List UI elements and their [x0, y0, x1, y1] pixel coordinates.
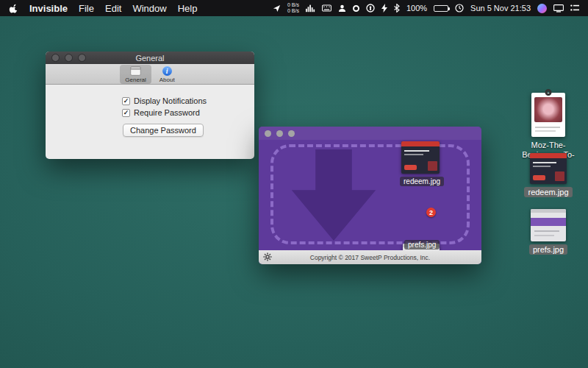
siri-icon[interactable] [537, 4, 547, 13]
file-label-redeem: redeem.jpg [400, 177, 444, 186]
upload-speed: 0 B/s [287, 2, 299, 8]
toolbar-tab-about[interactable]: i About [154, 65, 180, 84]
file-label-prefs: prefs.jpg [404, 240, 440, 250]
record-icon[interactable] [353, 5, 359, 12]
pdf-document-icon [531, 93, 565, 137]
binder-ring [545, 89, 552, 96]
close-button[interactable] [265, 130, 271, 137]
activity-graph-icon[interactable] [306, 4, 315, 13]
drop-zone[interactable]: redeem.jpg 2 prefs.jpg [259, 140, 481, 250]
window-title: General [135, 54, 164, 63]
notification-center-icon[interactable] [570, 4, 579, 12]
zoom-button[interactable] [288, 130, 295, 137]
keyhole-icon[interactable] [366, 4, 375, 13]
toolbar-tab-label: About [159, 77, 175, 83]
checkbox-label: Display Notifications [134, 96, 207, 105]
location-icon[interactable] [273, 4, 281, 13]
prefs-toolbar: General i About [46, 64, 254, 85]
general-icon [130, 66, 141, 76]
window-controls [265, 130, 295, 137]
bluetooth-icon[interactable] [394, 4, 400, 13]
menu-bar: Invisible File Edit Window Help 0 B/s 0 … [0, 0, 588, 16]
require-password-checkbox[interactable]: ✓ [122, 109, 130, 117]
user-icon[interactable] [338, 4, 346, 13]
bolt-icon[interactable] [381, 4, 387, 13]
zoom-button[interactable] [78, 54, 86, 62]
display-icon[interactable] [553, 4, 564, 13]
drop-footer: Copyright © 2017 SweetP Productions, Inc… [259, 250, 481, 264]
status-icons: 0 B/s 0 B/s 100% Sun 5 Nov 21:53 [273, 2, 579, 14]
checkbox-label: Require Password [134, 108, 200, 117]
minimize-button[interactable] [65, 54, 73, 62]
drop-arrow-icon [291, 149, 376, 244]
app-menu-title[interactable]: Invisible [29, 3, 68, 14]
menu-help[interactable]: Help [178, 3, 198, 14]
desktop: { "colors": { "wallpaper_teal": "#26605a… [0, 0, 588, 368]
prefs-titlebar[interactable]: General [46, 52, 254, 64]
download-speed: 0 B/s [287, 8, 299, 14]
toolbar-tab-label: General [125, 77, 146, 83]
image-file-icon [531, 209, 566, 241]
battery-icon[interactable] [434, 5, 448, 12]
minimize-button[interactable] [276, 130, 283, 137]
menu-window[interactable]: Window [132, 3, 166, 14]
apple-icon [9, 3, 18, 14]
icon-label: redeem.jpg [524, 187, 572, 197]
notification-badge: 2 [426, 208, 436, 217]
network-throughput[interactable]: 0 B/s 0 B/s [287, 2, 299, 14]
close-button[interactable] [51, 54, 60, 62]
battery-percent: 100% [406, 4, 427, 13]
toolbar-tab-general[interactable]: General [120, 65, 151, 84]
drop-titlebar[interactable] [259, 127, 481, 140]
option-require-password: ✓ Require Password [122, 108, 254, 117]
image-file-icon [530, 153, 567, 184]
apple-menu[interactable] [9, 3, 18, 14]
menu-edit[interactable]: Edit [105, 3, 121, 14]
change-password-button[interactable]: Change Password [123, 124, 204, 137]
menu-bar-clock[interactable]: Sun 5 Nov 21:53 [470, 4, 531, 13]
drop-window: redeem.jpg 2 prefs.jpg Copyright © 2017 … [259, 127, 481, 264]
gear-icon[interactable] [263, 252, 272, 263]
desktop-icon-prefs-jpg[interactable]: prefs.jpg [517, 209, 579, 255]
option-display-notifications: ✓ Display Notifications [122, 96, 254, 105]
copyright-text: Copyright © 2017 SweetP Productions, Inc… [310, 254, 430, 261]
thumb-art [401, 141, 440, 146]
keyboard-icon[interactable] [322, 4, 331, 12]
clock-icon[interactable] [455, 4, 464, 13]
window-controls [51, 54, 86, 62]
display-notifications-checkbox[interactable]: ✓ [122, 97, 130, 105]
icon-label: prefs.jpg [529, 244, 567, 255]
file-thumbnail-redeem[interactable] [401, 141, 440, 174]
desktop-icon-redeem-jpg[interactable]: redeem.jpg [517, 153, 579, 197]
preferences-window: General General i About ✓ Display Notifi… [46, 52, 254, 159]
menu-file[interactable]: File [79, 3, 94, 14]
prefs-content: ✓ Display Notifications ✓ Require Passwo… [46, 85, 254, 137]
info-icon: i [162, 66, 172, 76]
